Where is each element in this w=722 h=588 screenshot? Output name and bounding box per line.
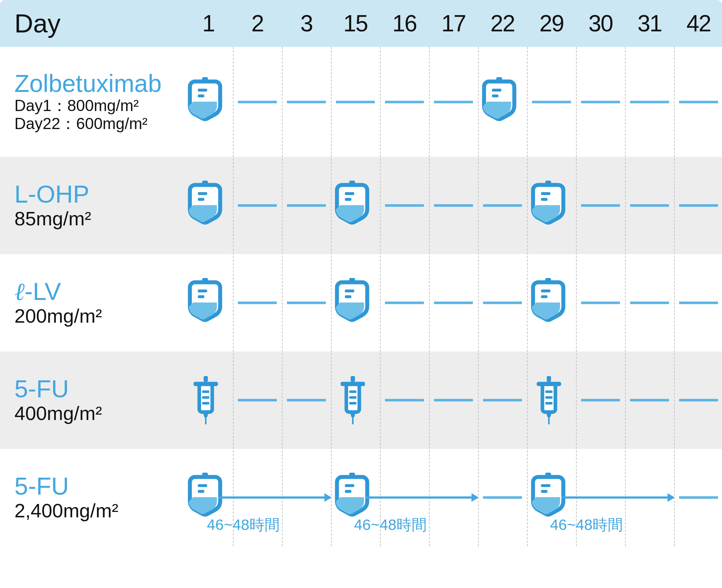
rest-dash <box>581 204 620 207</box>
infusion-bag-icon <box>478 75 522 129</box>
rest-dash <box>238 204 277 207</box>
drug-row-fu-bolus: 5-FU400mg/m² <box>0 352 722 449</box>
rest-dash <box>287 399 326 402</box>
header-day-cell: 17 <box>429 10 478 37</box>
continuous-infusion-arrow <box>527 490 576 505</box>
rest-dash <box>385 399 424 402</box>
rest-dash <box>581 302 620 304</box>
drug-name: 5-FU <box>14 473 184 499</box>
schedule-cell <box>380 47 429 157</box>
rest-dash <box>630 302 669 304</box>
header-day-cell: 15 <box>331 10 380 37</box>
schedule-cell <box>282 47 331 157</box>
header-day-cell: 16 <box>380 10 429 37</box>
svg-marker-11 <box>668 493 674 502</box>
schedule-cell <box>625 352 674 449</box>
infusion-bag-icon <box>331 178 375 233</box>
rest-dash <box>385 101 424 103</box>
rest-dash <box>434 399 473 402</box>
rest-dash <box>581 399 620 402</box>
schedule-cell <box>478 47 527 157</box>
header-day-cell: 3 <box>282 10 331 37</box>
syringe-icon <box>331 373 375 427</box>
drug-dose: 200mg/m² <box>14 305 184 327</box>
rest-dash <box>287 101 326 103</box>
rest-dash <box>385 204 424 207</box>
header-row: Day 1231516172229303142 <box>0 0 722 47</box>
schedule-cell <box>380 157 429 254</box>
continuous-infusion-arrow <box>576 490 625 505</box>
rest-dash <box>630 399 669 402</box>
drug-label: ZolbetuximabDay1：800mg/m²Day22：600mg/m² <box>0 71 184 133</box>
syringe-icon <box>184 373 227 427</box>
drug-row-lohp: L-OHP85mg/m² <box>0 157 722 254</box>
schedule-cell <box>282 449 331 546</box>
schedule-cell <box>429 47 478 157</box>
rest-dash <box>287 204 326 207</box>
rest-dash <box>630 101 669 103</box>
schedule-cell <box>625 254 674 352</box>
drug-dose: 2,400mg/m² <box>14 499 184 522</box>
continuous-infusion-arrow <box>282 490 331 505</box>
rest-dash <box>483 204 522 207</box>
drug-label: L-OHP85mg/m² <box>0 181 184 229</box>
drug-label: ℓ-LV200mg/m² <box>0 279 184 327</box>
schedule-cell <box>429 254 478 352</box>
infusion-bag-icon <box>184 178 227 233</box>
schedule-cell <box>576 157 625 254</box>
schedule-cell <box>429 157 478 254</box>
schedule-cell <box>674 254 722 352</box>
continuous-infusion-arrow <box>233 490 282 505</box>
rest-dash <box>483 399 522 402</box>
header-day-cell: 42 <box>674 10 722 37</box>
schedule-cell <box>184 157 233 254</box>
schedule-cell <box>380 254 429 352</box>
schedule-cell <box>576 47 625 157</box>
infusion-bag-icon <box>184 276 227 330</box>
schedule-cell <box>576 352 625 449</box>
rest-dash <box>581 101 620 103</box>
schedule-cell <box>331 157 380 254</box>
schedule-cell: 46~48時間 <box>331 449 380 546</box>
drug-dose: 400mg/m² <box>14 402 184 424</box>
schedule-cell <box>184 352 233 449</box>
rest-dash <box>679 496 718 499</box>
schedule-cell <box>282 254 331 352</box>
schedule-body: ZolbetuximabDay1：800mg/m²Day22：600mg/m²L… <box>0 47 722 546</box>
drug-dose: 85mg/m² <box>14 207 184 230</box>
header-day-cell: 29 <box>527 10 576 37</box>
rest-dash <box>434 101 473 103</box>
infusion-bag-icon <box>527 178 571 233</box>
rest-dash <box>287 302 326 304</box>
rest-dash <box>679 101 718 103</box>
rest-dash <box>483 302 522 304</box>
schedule-cell <box>625 449 674 546</box>
drug-name: 5-FU <box>14 376 184 402</box>
schedule-cell <box>527 47 576 157</box>
header-day-cell: 31 <box>625 10 674 37</box>
drug-row-fu-cont: 5-FU2,400mg/m²46~48時間46~48時間46~48時間 <box>0 449 722 546</box>
header-day-cell: 1 <box>184 10 233 37</box>
drug-name: Zolbetuximab <box>14 71 184 96</box>
continuous-infusion-arrow <box>331 490 380 505</box>
infusion-bag-icon <box>527 276 571 330</box>
drug-row-llv: ℓ-LV200mg/m² <box>0 254 722 352</box>
schedule-cell <box>331 47 380 157</box>
rest-dash <box>238 302 277 304</box>
schedule-cell <box>478 157 527 254</box>
schedule-cell <box>184 254 233 352</box>
schedule-cell <box>527 254 576 352</box>
drug-row-zolbe: ZolbetuximabDay1：800mg/m²Day22：600mg/m² <box>0 47 722 157</box>
rest-dash <box>679 302 718 304</box>
syringe-icon <box>527 373 571 427</box>
rest-dash <box>238 399 277 402</box>
schedule-canvas: Day 1231516172229303142 ZolbetuximabDay1… <box>0 0 722 588</box>
schedule-cell <box>478 449 527 546</box>
schedule-cell <box>184 47 233 157</box>
drug-name: ℓ-LV <box>14 279 184 305</box>
schedule-cell <box>233 254 282 352</box>
rest-dash <box>679 204 718 207</box>
continuous-infusion-arrow <box>429 490 478 505</box>
schedule-cell <box>429 352 478 449</box>
rest-dash <box>532 101 571 103</box>
